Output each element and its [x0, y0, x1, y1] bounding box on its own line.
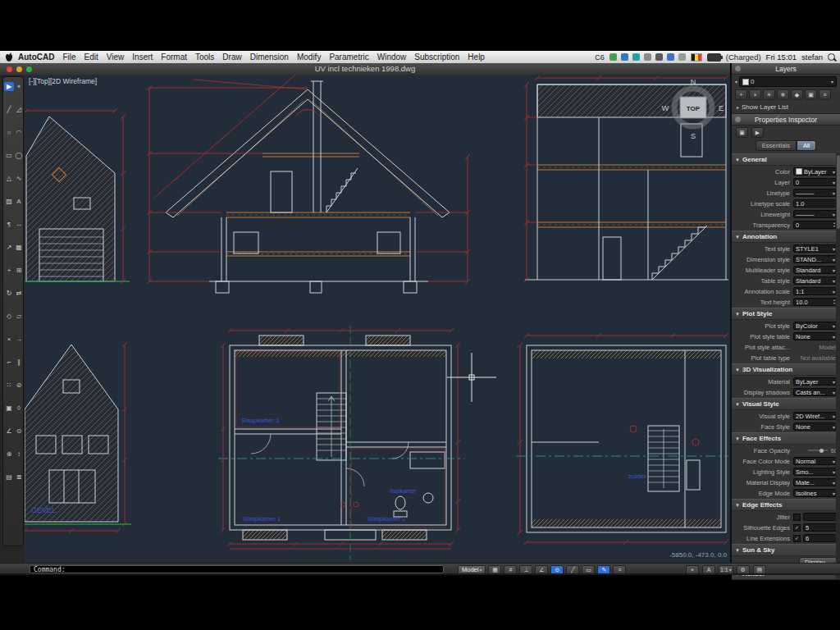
viewport-controls-label[interactable]: [-][Top][2D Wireframe] — [29, 77, 97, 85]
table-style-dropdown[interactable]: Standard▾ — [793, 276, 838, 285]
section-face-effects[interactable]: ▼Face Effects — [732, 432, 840, 445]
material-display-dropdown[interactable]: Mate...▾ — [793, 478, 838, 486]
compass-west-label[interactable]: W — [662, 104, 669, 112]
layer-color-icon[interactable]: ▣ — [805, 89, 817, 100]
text-style-dropdown[interactable]: STYLE1▾ — [793, 244, 838, 253]
menu-dimension[interactable]: Dimension — [250, 52, 289, 62]
move-tool[interactable]: + — [4, 266, 14, 275]
mtext-tool[interactable]: ¶ — [4, 220, 14, 229]
section-general[interactable]: ▼General — [732, 153, 840, 166]
layer-freeze-icon[interactable]: ❄ — [777, 89, 789, 100]
erase-tool[interactable]: ⊘ — [14, 381, 24, 390]
new-layer-icon[interactable]: + — [735, 89, 747, 100]
face-style-dropdown[interactable]: None▾ — [793, 422, 838, 431]
status-menu-icon[interactable] — [644, 53, 651, 61]
keyboard-layout-flag-icon[interactable] — [691, 53, 702, 62]
rectangle-tool[interactable]: ▭ — [4, 151, 14, 160]
visual-style-dropdown[interactable]: 2D Wiref...▾ — [793, 412, 838, 420]
table-tool[interactable]: ▦ — [14, 243, 24, 252]
mirror-tool[interactable]: ⇄ — [14, 289, 24, 298]
material-dropdown[interactable]: ByLayer▾ — [793, 377, 838, 386]
section-edge-effects[interactable]: ▼Edge Effects — [732, 499, 840, 511]
section-visual-style[interactable]: ▼Visual Style — [732, 398, 840, 410]
properties-scrollbar[interactable] — [836, 153, 840, 580]
close-window-button[interactable] — [7, 66, 12, 72]
dimension-style-dropdown[interactable]: STAND...▾ — [793, 255, 838, 263]
pan-tool[interactable]: ↕ — [14, 450, 24, 459]
zoom-window-button[interactable] — [26, 66, 32, 72]
battery-icon[interactable] — [707, 53, 721, 62]
lighting-style-dropdown[interactable]: Smo...▾ — [793, 468, 838, 476]
linetype-dropdown[interactable]: ———▾ — [793, 189, 838, 197]
properties-inspector-header[interactable]: Properties Inspector — [732, 114, 840, 126]
user-menu[interactable]: stefan — [801, 52, 823, 62]
scale-tool[interactable]: ◇ — [4, 312, 14, 321]
menu-modify[interactable]: Modify — [297, 52, 321, 62]
jitter-checkbox[interactable] — [793, 514, 801, 521]
circle-tool[interactable]: ○ — [4, 128, 14, 137]
tab-essentials[interactable]: Essentials — [756, 140, 797, 151]
array-tool[interactable]: ∷ — [4, 381, 14, 390]
rotate-tool[interactable]: ↻ — [4, 289, 14, 298]
dimension-angular-tool[interactable]: ∠ — [4, 427, 14, 436]
command-line-input[interactable]: Command: — [30, 565, 444, 573]
status-menu-icon[interactable] — [632, 53, 640, 61]
compass-east-label[interactable]: E — [719, 104, 724, 112]
dimension-radius-tool[interactable]: ⊙ — [14, 427, 24, 436]
menu-autocad[interactable]: AutoCAD — [18, 52, 54, 62]
dimension-linear-tool[interactable]: ↔ — [14, 220, 24, 229]
close-palette-button[interactable] — [735, 66, 741, 71]
face-opacity-slider[interactable] — [808, 450, 828, 451]
point-tool[interactable]: ⌖ — [14, 82, 24, 91]
block-tool[interactable]: ▣ — [4, 404, 14, 413]
menu-clock[interactable]: Fri 15:01 — [766, 52, 797, 62]
text-height-field[interactable]: 10.0▴▾ — [793, 298, 838, 306]
stepper-arrows-icon[interactable]: ▴▾ — [833, 299, 835, 305]
current-layer-dropdown[interactable]: 0 ▾ — [739, 76, 837, 87]
compass-south-label[interactable]: S — [691, 132, 696, 140]
drawing-canvas[interactable]: GEVEL Slaapkamer 3 badkamer Slaapkamer 1… — [25, 75, 730, 563]
line-tool[interactable]: ╱ — [4, 105, 14, 114]
app-status-badge[interactable]: C6 — [595, 53, 605, 62]
status-menu-icon[interactable] — [667, 53, 674, 61]
stretch-tool[interactable]: ▱ — [14, 312, 24, 321]
plot-style-table-dropdown[interactable]: None▾ — [793, 332, 838, 340]
trim-tool[interactable]: × — [4, 335, 14, 344]
layer-dropdown[interactable]: 0▾ — [793, 178, 838, 186]
stepper-down-icon[interactable]: ▾ — [833, 225, 835, 228]
layer-visibility-icon[interactable]: ☀ — [763, 89, 775, 100]
show-layer-list-toggle[interactable]: ▸ Show Layer List — [732, 102, 840, 114]
line-extensions-checkbox[interactable]: ✓ — [793, 535, 801, 542]
layer-settings-icon[interactable]: ≡ — [819, 89, 831, 100]
edge-mode-dropdown[interactable]: Isolines▾ — [793, 489, 838, 497]
minimize-window-button[interactable] — [16, 66, 22, 72]
annotation-scale-dropdown[interactable]: 1:1▾ — [793, 287, 838, 295]
slider-knob[interactable] — [819, 449, 824, 453]
polyline-tool[interactable]: ◿ — [14, 105, 24, 114]
line-extensions-field[interactable]: 6 — [803, 534, 838, 542]
stepper-arrows-icon[interactable]: ▴▾ — [833, 221, 835, 228]
layers-palette-header[interactable]: Layers — [732, 63, 840, 75]
close-palette-button[interactable] — [735, 116, 741, 122]
offset-tool[interactable]: ∥ — [14, 358, 24, 367]
select-object-icon[interactable]: ▶ — [751, 127, 764, 138]
delete-layer-icon[interactable]: × — [749, 89, 761, 100]
menu-subscription[interactable]: Subscription — [414, 52, 459, 62]
zoom-tool[interactable]: ⊕ — [4, 450, 14, 459]
compass-north-label[interactable]: N — [691, 78, 696, 86]
status-menu-icon[interactable] — [655, 53, 663, 61]
menu-format[interactable]: Format — [161, 52, 187, 62]
menu-parametric[interactable]: Parametric — [329, 52, 368, 62]
status-menu-icon[interactable] — [678, 53, 686, 61]
leader-tool[interactable]: ↗ — [4, 243, 14, 252]
stepper-down-icon[interactable]: ▾ — [833, 302, 835, 305]
copy-tool[interactable]: ⊞ — [14, 266, 24, 275]
status-menu-icon[interactable] — [609, 53, 617, 61]
menu-view[interactable]: View — [107, 52, 125, 62]
no-selection-icon[interactable]: ▣ — [736, 127, 748, 138]
polygon-tool[interactable]: △ — [4, 174, 14, 183]
ellipse-tool[interactable]: ◯ — [14, 151, 24, 160]
text-tool[interactable]: A — [14, 197, 24, 206]
explode-tool[interactable]: ◊ — [14, 404, 24, 413]
silhouette-edges-field[interactable]: 5 — [803, 523, 838, 532]
